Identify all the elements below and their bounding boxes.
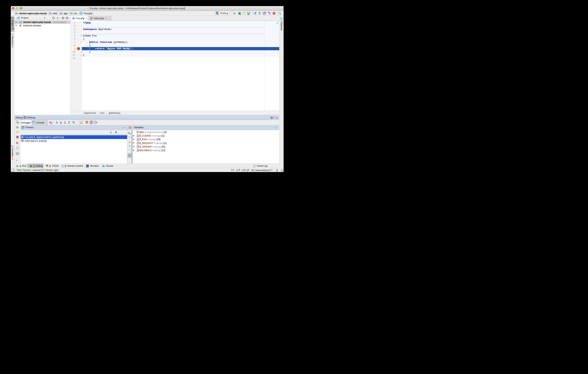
svg-text:php: php bbox=[90, 19, 92, 20]
svg-text:3: 3 bbox=[136, 140, 137, 141]
svg-text:3: 3 bbox=[136, 147, 137, 148]
svg-text:3: 3 bbox=[136, 143, 137, 144]
svg-text:3: 3 bbox=[136, 151, 137, 152]
svg-text:3: 3 bbox=[136, 136, 137, 137]
svg-text:3: 3 bbox=[90, 123, 90, 124]
svg-text:php: php bbox=[216, 12, 218, 13]
svg-text:T: T bbox=[277, 170, 277, 171]
svg-text:php: php bbox=[23, 116, 25, 117]
